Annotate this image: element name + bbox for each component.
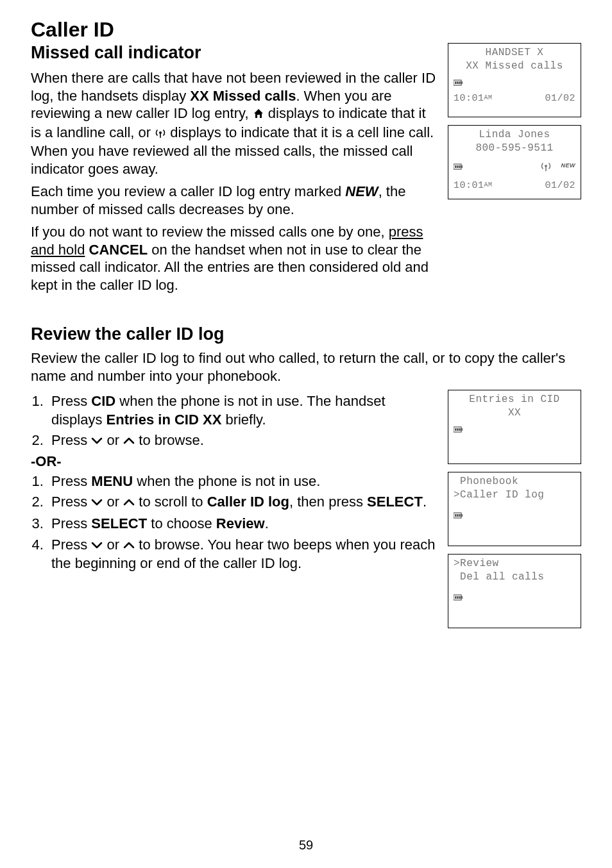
battery-icon bbox=[454, 162, 464, 175]
lcd-line: HANDSET X bbox=[454, 46, 575, 60]
list-item: Press or to scroll to Caller ID log, the… bbox=[47, 493, 438, 512]
battery-icon bbox=[454, 77, 575, 88]
bold-italic-new: NEW bbox=[345, 183, 378, 199]
lcd-entries-in-cid: Entries in CID XX bbox=[448, 390, 581, 464]
lcd-line: >Caller ID log bbox=[454, 488, 575, 502]
new-badge: NEW bbox=[561, 162, 576, 169]
list-b: Press MENU when the phone is not in use.… bbox=[31, 472, 438, 573]
cell-icon bbox=[540, 160, 552, 176]
battery-icon bbox=[454, 510, 575, 521]
bold-missed-calls: XX Missed calls bbox=[190, 88, 296, 104]
lcd-date: 01/02 bbox=[545, 92, 575, 105]
section2-intro: Review the caller ID log to find out who… bbox=[31, 349, 581, 385]
bold-menu: MENU bbox=[91, 473, 133, 489]
bold-cancel: CANCEL bbox=[89, 242, 148, 258]
battery-icon bbox=[454, 424, 575, 435]
section-review-cid-title: Review the caller ID log bbox=[31, 324, 581, 344]
page-title: Caller ID bbox=[31, 18, 581, 42]
chevron-down-icon bbox=[91, 537, 103, 555]
list-item: Press MENU when the phone is not in use. bbox=[47, 472, 438, 491]
lcd-time: 10:01AM bbox=[454, 179, 493, 192]
battery-icon bbox=[454, 592, 575, 603]
chevron-up-icon bbox=[123, 432, 135, 451]
bold-select: SELECT bbox=[367, 494, 423, 510]
list-item: Press SELECT to choose Review. bbox=[47, 515, 438, 533]
list-a: Press CID when the phone is not in use. … bbox=[31, 392, 438, 451]
lcd-line: Linda Jones bbox=[454, 128, 575, 142]
bold-cid: CID bbox=[91, 393, 115, 409]
lcd-time: 10:01AM bbox=[454, 92, 493, 105]
list-item: Press CID when the phone is not in use. … bbox=[47, 392, 438, 429]
list-item: Press or to browse. bbox=[47, 431, 438, 451]
lcd-line: Phonebook bbox=[454, 475, 575, 488]
lcd-line: Del all calls bbox=[454, 571, 575, 584]
chevron-up-icon bbox=[123, 537, 135, 555]
lcd-linda-jones: Linda Jones 800-595-9511 NEW 10:01AM 01/… bbox=[448, 125, 581, 199]
lcd-menu-caller-id-log: Phonebook >Caller ID log bbox=[448, 472, 581, 546]
lcd-line: Entries in CID bbox=[454, 393, 575, 406]
or-divider: -OR- bbox=[31, 453, 438, 470]
lcd-line: 800-595-9511 bbox=[454, 142, 575, 155]
section-missed-calls-title: Missed call indicator bbox=[31, 43, 438, 63]
chevron-down-icon bbox=[91, 494, 103, 512]
bold-review: Review bbox=[216, 515, 265, 531]
bold-entries-in-cid: Entries in CID XX bbox=[106, 412, 222, 428]
paragraph-2: Each time you review a caller ID log ent… bbox=[31, 183, 438, 218]
cell-icon bbox=[155, 125, 166, 143]
chevron-down-icon bbox=[91, 432, 103, 451]
home-icon bbox=[253, 106, 264, 124]
text: If you do not want to review the missed … bbox=[31, 224, 389, 240]
lcd-date: 01/02 bbox=[545, 179, 575, 192]
paragraph-3: If you do not want to review the missed … bbox=[31, 223, 438, 294]
list-item: Press or to browse. You hear two beeps w… bbox=[47, 536, 438, 573]
lcd-line: XX Missed calls bbox=[454, 60, 575, 73]
lcd-line: >Review bbox=[454, 557, 575, 571]
page-number: 59 bbox=[0, 838, 612, 853]
paragraph-1: When there are calls that have not been … bbox=[31, 69, 438, 178]
chevron-up-icon bbox=[123, 494, 135, 512]
lcd-menu-review: >Review Del all calls bbox=[448, 554, 581, 628]
lcd-line: XX bbox=[454, 406, 575, 420]
lcd-handset-missed: HANDSET X XX Missed calls 10:01AM 01/02 bbox=[448, 43, 581, 117]
bold-caller-id-log: Caller ID log bbox=[207, 494, 289, 510]
text: Each time you review a caller ID log ent… bbox=[31, 183, 345, 199]
bold-select: SELECT bbox=[91, 515, 147, 531]
